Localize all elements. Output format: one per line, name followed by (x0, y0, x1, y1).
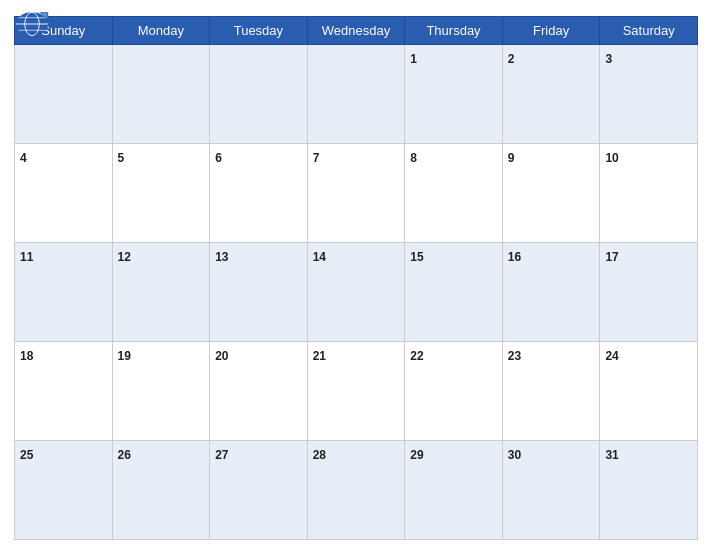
calendar-cell: 10 (600, 144, 698, 243)
calendar-cell (210, 45, 308, 144)
day-number: 31 (605, 448, 618, 462)
calendar-cell: 29 (405, 441, 503, 540)
day-header-monday: Monday (112, 17, 210, 45)
day-number: 17 (605, 250, 618, 264)
days-header-row: SundayMondayTuesdayWednesdayThursdayFrid… (15, 17, 698, 45)
calendar-cell: 31 (600, 441, 698, 540)
calendar-cell: 21 (307, 342, 405, 441)
calendar-table: SundayMondayTuesdayWednesdayThursdayFrid… (14, 16, 698, 540)
calendar-cell: 24 (600, 342, 698, 441)
day-number: 7 (313, 151, 320, 165)
day-number: 2 (508, 52, 515, 66)
calendar-cell: 28 (307, 441, 405, 540)
calendar-cell: 23 (502, 342, 600, 441)
calendar-cell: 1 (405, 45, 503, 144)
day-number: 3 (605, 52, 612, 66)
calendar-cell: 3 (600, 45, 698, 144)
day-number: 4 (20, 151, 27, 165)
calendar-cell: 2 (502, 45, 600, 144)
calendar-cell: 7 (307, 144, 405, 243)
day-number: 24 (605, 349, 618, 363)
day-number: 14 (313, 250, 326, 264)
day-number: 30 (508, 448, 521, 462)
calendar-cell: 25 (15, 441, 113, 540)
day-header-friday: Friday (502, 17, 600, 45)
day-number: 23 (508, 349, 521, 363)
day-number: 10 (605, 151, 618, 165)
day-number: 8 (410, 151, 417, 165)
day-header-wednesday: Wednesday (307, 17, 405, 45)
day-number: 1 (410, 52, 417, 66)
day-number: 18 (20, 349, 33, 363)
week-row-3: 18192021222324 (15, 342, 698, 441)
calendar-cell: 26 (112, 441, 210, 540)
day-number: 11 (20, 250, 33, 264)
day-number: 28 (313, 448, 326, 462)
calendar-cell: 16 (502, 243, 600, 342)
calendar-cell (307, 45, 405, 144)
day-number: 5 (118, 151, 125, 165)
calendar-cell: 22 (405, 342, 503, 441)
calendar-cell: 18 (15, 342, 113, 441)
logo-icon (14, 10, 50, 38)
calendar-cell: 12 (112, 243, 210, 342)
calendar-cell: 11 (15, 243, 113, 342)
calendar-cell: 17 (600, 243, 698, 342)
day-number: 9 (508, 151, 515, 165)
calendar-cell (112, 45, 210, 144)
day-header-thursday: Thursday (405, 17, 503, 45)
day-number: 21 (313, 349, 326, 363)
day-number: 25 (20, 448, 33, 462)
day-number: 19 (118, 349, 131, 363)
calendar-cell: 20 (210, 342, 308, 441)
day-number: 27 (215, 448, 228, 462)
day-number: 26 (118, 448, 131, 462)
calendar-cell: 9 (502, 144, 600, 243)
logo (14, 10, 50, 39)
day-header-tuesday: Tuesday (210, 17, 308, 45)
calendar-cell (15, 45, 113, 144)
calendar-cell: 19 (112, 342, 210, 441)
day-number: 12 (118, 250, 131, 264)
calendar-cell: 30 (502, 441, 600, 540)
day-number: 22 (410, 349, 423, 363)
calendar-cell: 6 (210, 144, 308, 243)
calendar-cell: 4 (15, 144, 113, 243)
day-number: 6 (215, 151, 222, 165)
day-number: 15 (410, 250, 423, 264)
week-row-0: 123 (15, 45, 698, 144)
week-row-2: 11121314151617 (15, 243, 698, 342)
calendar-cell: 14 (307, 243, 405, 342)
day-number: 20 (215, 349, 228, 363)
week-row-4: 25262728293031 (15, 441, 698, 540)
day-number: 13 (215, 250, 228, 264)
week-row-1: 45678910 (15, 144, 698, 243)
calendar-cell: 13 (210, 243, 308, 342)
calendar-cell: 8 (405, 144, 503, 243)
calendar-cell: 5 (112, 144, 210, 243)
calendar-cell: 15 (405, 243, 503, 342)
day-number: 16 (508, 250, 521, 264)
calendar-wrapper: SundayMondayTuesdayWednesdayThursdayFrid… (0, 0, 712, 550)
day-header-saturday: Saturday (600, 17, 698, 45)
day-number: 29 (410, 448, 423, 462)
calendar-cell: 27 (210, 441, 308, 540)
